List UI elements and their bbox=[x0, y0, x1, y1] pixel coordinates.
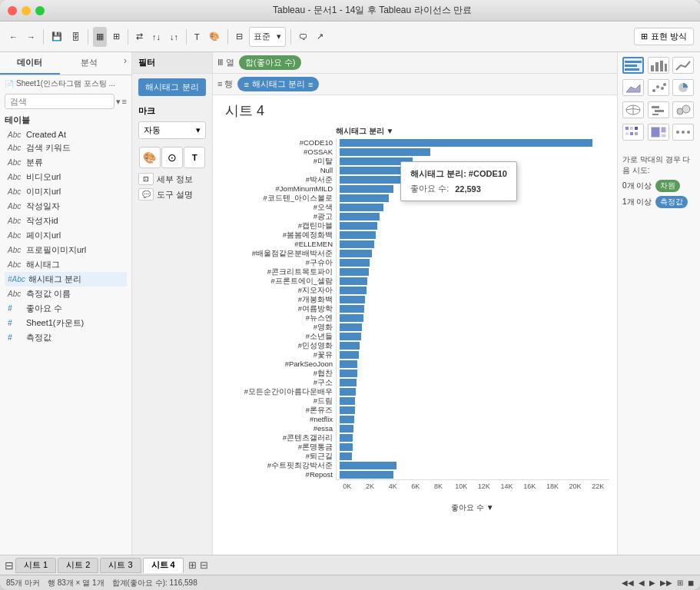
filter-tag[interactable]: 해시태그 분리 bbox=[138, 78, 206, 96]
bar-row[interactable] bbox=[340, 295, 609, 304]
swap-button[interactable]: ⇄ bbox=[133, 27, 146, 47]
tooltip-button[interactable]: 🗨 bbox=[296, 27, 310, 47]
bar-chart-button[interactable]: ▦ bbox=[93, 27, 107, 47]
field-profile-url[interactable]: Abc 프로필이미지url bbox=[5, 243, 127, 257]
express-button[interactable]: ⊞ 표현 방식 bbox=[634, 28, 694, 45]
bar-row[interactable] bbox=[340, 258, 609, 267]
tab-sheet-1[interactable]: 시트 1 bbox=[15, 558, 56, 573]
field-page-url[interactable]: Abc 페이지url bbox=[5, 228, 127, 243]
bar-row[interactable] bbox=[340, 461, 609, 470]
viz-bar-h[interactable] bbox=[622, 57, 644, 74]
status-fit-icon[interactable]: ◼ bbox=[688, 578, 694, 587]
field-image-url[interactable]: Abc 이미지url bbox=[5, 184, 127, 199]
marks-label-button[interactable]: T bbox=[184, 147, 205, 168]
bar-row[interactable] bbox=[340, 313, 609, 323]
field-likes[interactable]: # 좋아요 수 bbox=[5, 301, 127, 316]
bar-row[interactable] bbox=[340, 415, 609, 424]
format-button[interactable]: 🎨 bbox=[206, 27, 223, 47]
bar-row[interactable] bbox=[340, 277, 609, 286]
bar-row[interactable] bbox=[340, 267, 609, 277]
collapse-panel-button[interactable]: › bbox=[119, 52, 131, 75]
table-button[interactable]: ⊞ bbox=[110, 27, 123, 47]
field-measure-value[interactable]: # 측정값 bbox=[5, 330, 127, 345]
bar-row[interactable] bbox=[340, 212, 609, 221]
bar-row[interactable] bbox=[340, 452, 609, 461]
field-author-id[interactable]: Abc 작성자id bbox=[5, 214, 127, 228]
sort-asc-button[interactable]: ↑↓ bbox=[149, 27, 164, 47]
bar-row[interactable] bbox=[340, 240, 609, 249]
field-measure-name[interactable]: Abc 측정값 이름 bbox=[5, 287, 127, 301]
bar-row[interactable] bbox=[340, 396, 609, 406]
back-button[interactable]: ← bbox=[6, 27, 21, 47]
field-category[interactable]: Abc 분류 bbox=[5, 155, 127, 170]
save-button[interactable]: 💾 bbox=[48, 27, 65, 47]
bar-row[interactable] bbox=[340, 323, 609, 332]
bar-row[interactable] bbox=[340, 442, 609, 452]
field-hashtag[interactable]: Abc 해시태그 bbox=[5, 257, 127, 272]
fit-button[interactable]: 표준 bbox=[250, 28, 274, 45]
bar-row[interactable] bbox=[340, 221, 609, 230]
status-page-end[interactable]: ▶▶ bbox=[660, 578, 672, 587]
sort-desc-button[interactable]: ↓↑ bbox=[167, 27, 181, 47]
tab-data[interactable]: 데이터 bbox=[0, 52, 60, 75]
datasource-name[interactable]: Sheet1(인스타그램 포스팅 ... bbox=[16, 78, 115, 89]
bar-row[interactable] bbox=[340, 148, 609, 157]
viz-area[interactable] bbox=[622, 79, 644, 96]
bar-row[interactable] bbox=[340, 433, 609, 442]
viz-more[interactable] bbox=[672, 124, 694, 141]
viz-pie[interactable] bbox=[672, 79, 694, 96]
viz-bar-v[interactable] bbox=[648, 57, 669, 74]
bar-row[interactable] bbox=[340, 378, 609, 387]
field-hashtag-split[interactable]: #Abc 해시태그 분리 bbox=[5, 272, 127, 287]
bar-row[interactable] bbox=[340, 470, 609, 479]
search-input[interactable] bbox=[5, 94, 114, 109]
minimize-button[interactable] bbox=[22, 6, 31, 15]
bar-row[interactable] bbox=[340, 249, 609, 258]
bar-row[interactable] bbox=[340, 230, 609, 240]
tab-sheet-2[interactable]: 시트 2 bbox=[58, 558, 98, 573]
tab-analysis[interactable]: 분석 bbox=[60, 52, 120, 75]
viz-bubble[interactable] bbox=[672, 101, 694, 118]
viz-scatter[interactable] bbox=[648, 79, 669, 96]
bar-row[interactable] bbox=[340, 369, 609, 378]
status-page-fwd[interactable]: ▶ bbox=[649, 578, 655, 587]
marks-color-button[interactable]: 🎨 bbox=[139, 147, 161, 168]
bar-row[interactable] bbox=[340, 406, 609, 415]
viz-heatmap[interactable] bbox=[622, 124, 644, 141]
bar-row[interactable] bbox=[340, 341, 609, 350]
field-author-date[interactable]: Abc 작성일자 bbox=[5, 199, 127, 214]
bar-row[interactable] bbox=[340, 387, 609, 396]
col-pill[interactable]: 합(좋아요 수) bbox=[239, 55, 301, 70]
share-button[interactable]: ↗ bbox=[314, 27, 327, 47]
forward-button[interactable]: → bbox=[24, 27, 38, 47]
status-grid-icon[interactable]: ⊞ bbox=[677, 578, 683, 587]
tab-sheet-3[interactable]: 시트 3 bbox=[100, 558, 141, 573]
list-icon[interactable]: ≡ bbox=[122, 97, 127, 106]
viz-map[interactable] bbox=[622, 101, 644, 118]
field-sheet-count[interactable]: # Sheet1(카운트) bbox=[5, 316, 127, 330]
bar-row[interactable] bbox=[340, 350, 609, 360]
view-icon[interactable]: ⊟ bbox=[200, 559, 208, 571]
marks-size-button[interactable]: ⊙ bbox=[161, 147, 183, 168]
status-page-prev[interactable]: ◀◀ bbox=[622, 578, 634, 587]
bar-row[interactable] bbox=[340, 332, 609, 341]
row-pill[interactable]: ≡ 해시태그 분리 ≡ bbox=[237, 77, 319, 91]
bar-row[interactable] bbox=[340, 138, 609, 148]
filter-icon[interactable]: ▾ bbox=[116, 97, 121, 107]
field-created-at[interactable]: Abc Created At bbox=[5, 128, 127, 141]
bar-row[interactable] bbox=[340, 286, 609, 295]
marks-dropdown[interactable]: 자동 ▾ bbox=[138, 121, 206, 139]
label-button[interactable]: T bbox=[191, 27, 203, 47]
field-video-url[interactable]: Abc 비디오url bbox=[5, 170, 127, 184]
viz-line[interactable] bbox=[672, 57, 694, 74]
close-button[interactable] bbox=[8, 6, 17, 15]
status-page-back[interactable]: ◀ bbox=[639, 578, 645, 587]
viz-gantt[interactable] bbox=[648, 101, 669, 118]
data-view-icon[interactable]: ⊟ bbox=[5, 559, 14, 572]
bar-row[interactable] bbox=[340, 304, 609, 313]
add-sheet-icon[interactable]: ⊞ bbox=[188, 559, 197, 571]
maximize-button[interactable] bbox=[35, 6, 45, 15]
fit-dropdown[interactable]: ▾ bbox=[274, 28, 284, 45]
viz-treemap[interactable] bbox=[648, 124, 669, 141]
bar-row[interactable] bbox=[340, 360, 609, 369]
